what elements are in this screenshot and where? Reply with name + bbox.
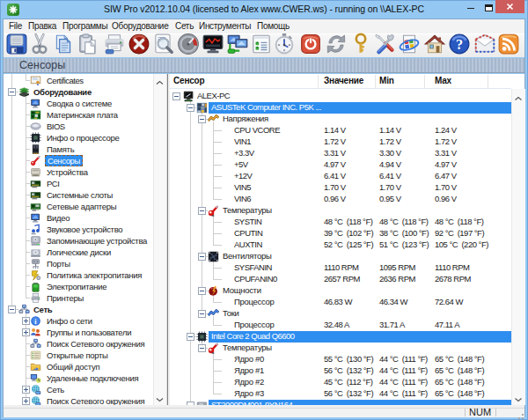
svg-text:?: ? <box>456 37 463 53</box>
